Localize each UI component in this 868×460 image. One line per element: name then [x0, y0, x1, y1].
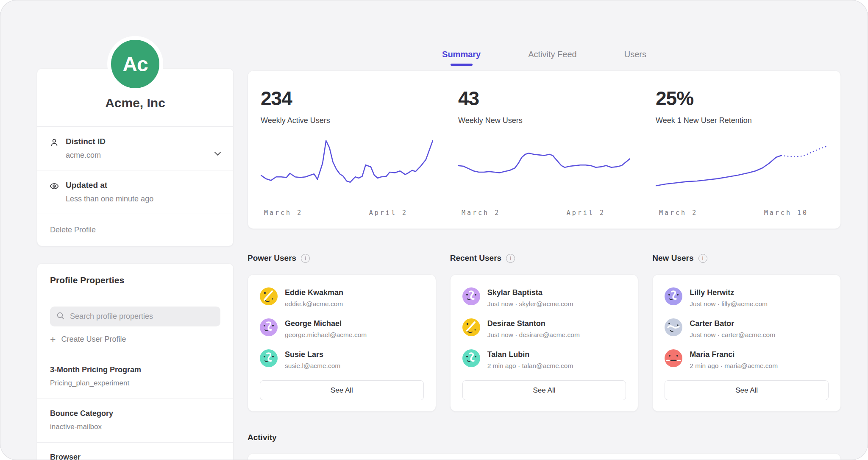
distinct-id-row: Distinct ID acme.com: [37, 127, 233, 170]
profile-properties-card: Profile Properties + Create User P: [37, 263, 234, 460]
user-row[interactable]: Lilly Herwitz Just now · lilly@acme.com: [665, 287, 829, 308]
info-icon[interactable]: i: [698, 254, 707, 263]
chart-x-axis: March 2 March 10: [656, 209, 828, 217]
stat-value: 234: [261, 87, 433, 110]
profile-sidebar: Ac Acme, Inc Distinct ID acme.com: [37, 0, 234, 460]
user-subtitle: Just now · skyler@acme.com: [487, 300, 573, 308]
x-tick-label: April 2: [369, 209, 408, 217]
new-users-card: Lilly Herwitz Just now · lilly@acme.com …: [652, 274, 841, 412]
user-avatar: [665, 349, 682, 367]
user-row[interactable]: Maria Franci 2 min ago · maria@acme.com: [665, 349, 829, 370]
recent-users-card: Skylar Baptista Just now · skyler@acme.c…: [450, 274, 639, 412]
user-list-column-recent-users: Recent Users i Skylar Baptista Just now …: [450, 254, 639, 412]
property-row: Browser Chrome: [37, 443, 233, 460]
weekly-new-users-chart: [458, 135, 630, 203]
tab-bar: Summary Activity Feed Users: [248, 0, 841, 59]
create-user-profile-button[interactable]: + Create User Profile: [50, 335, 126, 344]
user-row[interactable]: George Michael george.michael@acme.com: [260, 318, 424, 339]
updated-at-label: Updated at: [66, 181, 153, 190]
user-lists-row: Power Users i Eddie Kwakman eddie.k@acme…: [248, 254, 841, 412]
user-name: Maria Franci: [690, 349, 778, 359]
tab-users[interactable]: Users: [624, 50, 646, 59]
property-value: Pricing_plan_experiment: [50, 379, 220, 388]
chart-x-axis: March 2 April 2: [458, 209, 630, 217]
tab-summary[interactable]: Summary: [442, 50, 481, 59]
week1-retention-chart: [656, 135, 828, 203]
stat-label: Weekly Active Users: [261, 116, 433, 125]
company-avatar-initials: Ac: [122, 53, 147, 76]
user-list-column-new-users: New Users i Lilly Herwitz Just now · lil…: [652, 254, 841, 412]
user-avatar: [260, 318, 278, 336]
activity-stats-card: 234 940 3.4k: [248, 453, 841, 460]
user-name: Susie Lars: [285, 349, 340, 359]
user-row[interactable]: Carter Bator Just now · carter@acme.com: [665, 318, 829, 339]
stat-value: 43: [458, 87, 630, 110]
x-tick-label: April 2: [567, 209, 605, 217]
distinct-id-label: Distinct ID: [66, 137, 106, 146]
property-value: inactive-mailbox: [50, 423, 220, 431]
user-avatar: [462, 349, 480, 367]
property-label: Bounce Category: [50, 409, 220, 418]
create-user-profile-label: Create User Profile: [61, 335, 126, 344]
user-name: Carter Bator: [690, 318, 775, 328]
see-all-button[interactable]: See All: [665, 380, 829, 400]
company-avatar: Ac: [107, 36, 163, 92]
section-title-label: Recent Users: [450, 254, 501, 263]
user-row[interactable]: Talan Lubin 2 min ago · talan@acme.com: [462, 349, 626, 370]
property-row: 3-Month Pricing Program Pricing_plan_exp…: [37, 355, 233, 399]
stat-label: Weekly New Users: [458, 116, 630, 125]
section-title-label: New Users: [652, 254, 693, 263]
search-input[interactable]: [70, 312, 214, 321]
tab-activity-feed[interactable]: Activity Feed: [528, 50, 576, 59]
activity-section-title: Activity: [248, 433, 841, 442]
user-subtitle: Just now · lilly@acme.com: [690, 300, 768, 308]
profile-properties-title: Profile Properties: [37, 264, 233, 297]
user-subtitle: susie.l@acme.com: [285, 362, 340, 370]
user-subtitle: Just now · desirare@acme.com: [487, 331, 580, 339]
user-row[interactable]: Desirae Stanton Just now · desirare@acme…: [462, 318, 626, 339]
main-content: Summary Activity Feed Users 234 Weekly A…: [248, 0, 841, 460]
section-title-new-users: New Users i: [652, 254, 841, 263]
user-row[interactable]: Eddie Kwakman eddie.k@acme.com: [260, 287, 424, 308]
summary-stats-card: 234 Weekly Active Users March 2 April 2 …: [248, 70, 841, 229]
user-list-column-power-users: Power Users i Eddie Kwakman eddie.k@acme…: [248, 254, 436, 412]
updated-at-row: Updated at Less than one minute ago: [37, 170, 233, 214]
search-profile-properties[interactable]: [50, 307, 220, 326]
profile-card: Acme, Inc Distinct ID acme.com: [37, 68, 234, 246]
see-all-button[interactable]: See All: [260, 380, 424, 400]
delete-profile-button[interactable]: Delete Profile: [37, 214, 233, 246]
section-title-recent-users: Recent Users i: [450, 254, 639, 263]
search-icon: [56, 312, 65, 322]
x-tick-label: March 2: [462, 209, 500, 217]
user-name: George Michael: [285, 318, 367, 328]
user-subtitle: eddie.k@acme.com: [285, 300, 343, 308]
user-name: Skylar Baptista: [487, 287, 573, 297]
user-avatar: [462, 318, 480, 336]
info-icon[interactable]: i: [301, 254, 310, 263]
user-row[interactable]: Susie Lars susie.l@acme.com: [260, 349, 424, 370]
user-subtitle: george.michael@acme.com: [285, 331, 367, 339]
user-name: Desirae Stanton: [487, 318, 580, 328]
distinct-id-value: acme.com: [66, 151, 106, 160]
updated-at-value: Less than one minute ago: [66, 195, 153, 204]
eye-icon: [49, 181, 59, 191]
user-avatar: [665, 318, 682, 336]
info-icon[interactable]: i: [506, 254, 515, 263]
stat-weekly-new-users: 43 Weekly New Users March 2 April 2: [445, 87, 643, 217]
section-title-power-users: Power Users i: [248, 254, 436, 263]
property-row: Bounce Category inactive-mailbox: [37, 399, 233, 442]
active-tab-underline: [451, 64, 473, 66]
stat-label: Week 1 New User Retention: [656, 116, 828, 125]
user-name: Talan Lubin: [487, 349, 573, 359]
user-row[interactable]: Skylar Baptista Just now · skyler@acme.c…: [462, 287, 626, 308]
user-avatar: [260, 349, 278, 367]
chevron-down-icon[interactable]: [214, 151, 221, 156]
x-tick-label: March 2: [659, 209, 698, 217]
plus-icon: +: [50, 336, 56, 343]
chart-x-axis: March 2 April 2: [261, 209, 433, 217]
x-tick-label: March 2: [264, 209, 303, 217]
see-all-button[interactable]: See All: [462, 380, 626, 400]
section-title-label: Power Users: [248, 254, 296, 263]
user-subtitle: 2 min ago · talan@acme.com: [487, 362, 573, 370]
person-icon: [49, 137, 59, 148]
